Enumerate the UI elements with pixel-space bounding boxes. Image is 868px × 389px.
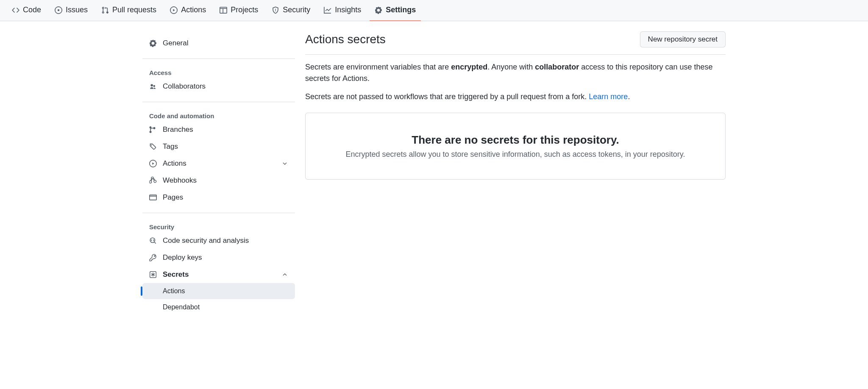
tab-pull-requests[interactable]: Pull requests [96, 0, 161, 21]
graph-icon [324, 6, 331, 14]
main-content: Actions secrets New repository secret Se… [305, 31, 726, 319]
tab-label: Insights [335, 6, 361, 14]
sidebar-item-label: Webhooks [163, 175, 197, 186]
sidebar-subitem-secrets-dependabot[interactable]: Dependabot [142, 299, 295, 315]
sidebar-subitem-secrets-actions[interactable]: Actions [142, 283, 295, 299]
sidebar-item-actions[interactable]: Actions [142, 155, 295, 172]
sidebar-item-code-security[interactable]: Code security and analysis [142, 232, 295, 249]
empty-state: There are no secrets for this repository… [305, 113, 726, 180]
tag-icon [149, 143, 158, 150]
play-circle-icon [149, 160, 158, 167]
tab-label: Code [23, 6, 41, 14]
branch-icon [149, 126, 158, 133]
settings-sidebar: General Access Collaborators Code and au… [142, 31, 295, 319]
description-paragraph-1: Secrets are environment variables that a… [305, 61, 726, 84]
sidebar-item-tags[interactable]: Tags [142, 138, 295, 155]
chevron-up-icon [281, 271, 288, 278]
project-icon [220, 6, 227, 14]
page-title: Actions secrets [305, 33, 386, 46]
issue-icon [55, 6, 62, 14]
tab-label: Pull requests [112, 6, 156, 14]
sidebar-heading-security: Security [142, 220, 295, 232]
tab-security[interactable]: Security [267, 0, 315, 21]
sidebar-item-label: Code security and analysis [163, 236, 249, 246]
empty-state-title: There are no secrets for this repository… [319, 133, 712, 147]
tab-label: Settings [386, 6, 416, 14]
tab-label: Issues [66, 6, 88, 14]
sidebar-item-general[interactable]: General [142, 35, 295, 52]
tab-projects[interactable]: Projects [214, 0, 263, 21]
people-icon [149, 83, 158, 90]
sidebar-item-label: Actions [163, 286, 185, 296]
asterisk-icon [149, 271, 158, 278]
gear-icon [375, 6, 382, 14]
browser-icon [149, 194, 158, 201]
new-repository-secret-button[interactable]: New repository secret [640, 31, 726, 47]
pull-request-icon [101, 6, 109, 14]
sidebar-item-secrets[interactable]: Secrets [142, 266, 295, 283]
sidebar-item-pages[interactable]: Pages [142, 189, 295, 206]
sidebar-item-label: Secrets [163, 270, 189, 280]
sidebar-item-label: Collaborators [163, 81, 206, 92]
sidebar-heading-access: Access [142, 66, 295, 78]
sidebar-item-label: Actions [163, 158, 186, 169]
empty-state-subtitle: Encrypted secrets allow you to store sen… [319, 150, 712, 159]
tab-issues[interactable]: Issues [50, 0, 93, 21]
tab-code[interactable]: Code [7, 0, 46, 21]
code-icon [12, 6, 19, 14]
tab-insights[interactable]: Insights [319, 0, 366, 21]
repo-nav: Code Issues Pull requests Actions Projec… [0, 0, 868, 21]
svg-point-1 [275, 8, 276, 9]
tab-actions[interactable]: Actions [165, 0, 211, 21]
tab-label: Security [283, 6, 310, 14]
svg-point-0 [58, 9, 60, 11]
sidebar-item-label: Deploy keys [163, 253, 202, 263]
sidebar-item-webhooks[interactable]: Webhooks [142, 172, 295, 189]
gear-icon [149, 39, 158, 47]
tab-label: Actions [181, 6, 206, 14]
key-icon [149, 254, 158, 261]
code-scan-icon [149, 237, 158, 245]
sidebar-item-label: General [163, 38, 188, 48]
tab-settings[interactable]: Settings [370, 0, 421, 21]
sidebar-item-collaborators[interactable]: Collaborators [142, 78, 295, 95]
sidebar-heading-code: Code and automation [142, 109, 295, 121]
sidebar-item-label: Branches [163, 125, 193, 135]
chevron-down-icon [281, 160, 288, 167]
learn-more-link[interactable]: Learn more [589, 92, 628, 101]
sidebar-item-label: Dependabot [163, 303, 200, 312]
play-circle-icon [170, 6, 178, 14]
description-paragraph-2: Secrets are not passed to workflows that… [305, 91, 726, 103]
svg-rect-2 [275, 10, 276, 11]
webhook-icon [149, 177, 158, 184]
sidebar-item-branches[interactable]: Branches [142, 121, 295, 138]
shield-icon [272, 6, 279, 14]
sidebar-item-label: Pages [163, 192, 183, 203]
sidebar-item-deploy-keys[interactable]: Deploy keys [142, 249, 295, 266]
tab-label: Projects [231, 6, 258, 14]
sidebar-item-label: Tags [163, 142, 178, 152]
